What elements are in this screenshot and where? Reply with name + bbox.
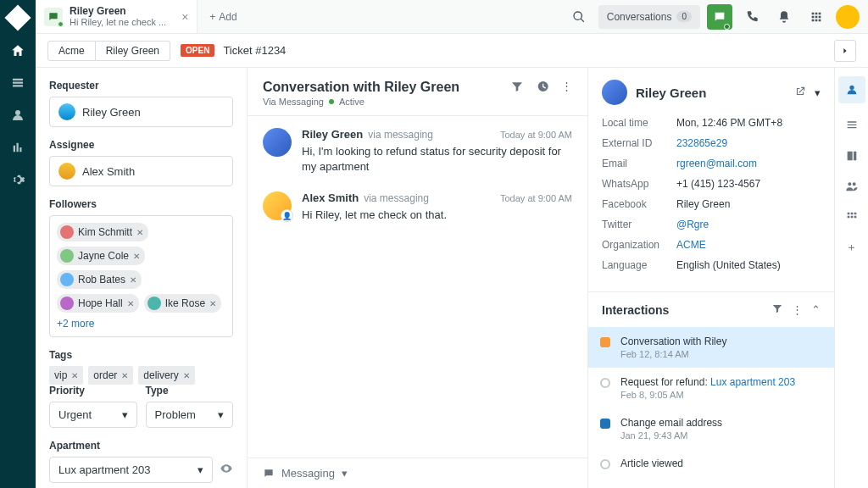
property-key: WhatsApp [602,178,676,190]
property-value[interactable]: ACME [676,239,821,251]
nav-customers-icon[interactable] [9,107,26,124]
customer-property: WhatsApp+1 (415) 123-4567 [602,178,821,190]
customer-property: Local timeMon, 12:46 PM GMT+8 [602,117,821,129]
conversation-via: Via Messaging [263,97,324,107]
history-icon[interactable] [536,80,549,96]
followers-more-link[interactable]: +2 more [57,318,94,330]
apps-icon[interactable] [843,208,860,225]
remove-icon[interactable]: ✕ [133,252,140,261]
tags-field[interactable]: vip✕ order✕ delivery✕ [49,366,233,385]
conversations-button[interactable]: Conversations 0 [598,5,700,29]
interaction-link[interactable]: Lux apartment 203 [710,376,795,388]
remove-icon[interactable]: ✕ [183,371,190,380]
filter-icon[interactable] [510,80,524,96]
apartment-select[interactable]: Lux apartment 203▾ [49,457,213,483]
tab-subtitle: Hi Riley, let ne check ... [70,17,166,28]
remove-icon[interactable]: ✕ [209,299,216,308]
customer-property: OrganizationACME [602,239,821,251]
breadcrumb-person[interactable]: Riley Green [96,41,170,61]
nav-views-icon[interactable] [9,75,26,92]
compose-channel-select[interactable]: Messaging ▾ [248,458,587,488]
property-value[interactable]: rgreen@mail.com [676,158,821,169]
breadcrumb-org[interactable]: Acme [47,41,96,61]
assignee-label: Assignee [49,139,233,151]
visibility-icon[interactable] [220,462,233,478]
presence-dot [58,21,64,27]
group-icon[interactable] [843,178,860,195]
chevron-up-icon[interactable]: ⌃ [811,303,821,316]
timeline-marker [600,419,610,429]
customer-avatar [602,80,627,105]
tag-chip[interactable]: delivery✕ [138,366,194,385]
chevron-down-icon: ▾ [342,467,348,480]
requester-label: Requester [49,80,233,92]
priority-select[interactable]: Urgent▾ [49,402,137,428]
chat-status-icon[interactable] [707,4,732,30]
follower-chip[interactable]: Ike Rose✕ [144,294,221,313]
chevron-down-icon: ▾ [218,408,224,421]
type-select[interactable]: Problem▾ [146,402,234,428]
follower-chip[interactable]: Kim Schmitt✕ [57,223,148,241]
tag-chip[interactable]: order✕ [88,366,133,385]
list-icon[interactable] [843,117,860,134]
property-value[interactable]: @Rgre [676,219,821,230]
nav-home-icon[interactable] [9,42,26,59]
avatar: 👤 [263,191,292,220]
add-tab-button[interactable]: + Add [198,11,248,23]
followers-label: Followers [49,198,233,210]
external-link-icon[interactable] [794,86,806,100]
remove-icon[interactable]: ✕ [71,371,78,380]
add-app-icon[interactable]: ＋ [843,239,860,256]
apps-icon[interactable] [804,4,829,30]
property-key: Twitter [602,219,676,230]
interaction-item[interactable]: Article viewed [588,449,834,480]
phone-icon[interactable] [739,4,765,30]
workspace-tab[interactable]: Riley Green Hi Riley, let ne check ... × [36,0,198,33]
nav-admin-icon[interactable] [9,171,26,188]
property-key: Language [602,259,676,271]
follower-chip[interactable]: Hope Hall✕ [57,294,139,313]
chevron-down-icon[interactable]: ▾ [815,86,821,99]
conversation-status: Active [339,97,364,107]
followers-field[interactable]: Kim Schmitt✕ Jayne Cole✕ Rob Bates✕ Hope… [49,215,233,337]
bell-icon[interactable] [771,4,797,30]
property-value: Mon, 12:46 PM GMT+8 [676,117,821,129]
interactions-title: Interactions [602,303,763,317]
interaction-item[interactable]: Conversation with RileyFeb 12, 8:14 AM [588,327,834,368]
more-icon[interactable]: ⋮ [792,303,803,316]
user-avatar[interactable] [836,5,860,29]
assignee-field[interactable]: Alex Smith [49,156,233,186]
follower-chip[interactable]: Rob Bates✕ [57,270,142,289]
follower-chip[interactable]: Jayne Cole✕ [57,247,145,265]
status-badge: OPEN [181,44,214,57]
filter-icon[interactable] [771,302,783,317]
interaction-title: Conversation with Riley [620,336,726,347]
chevron-down-icon: ▾ [122,408,128,421]
interaction-item[interactable]: Change email addressJan 21, 9:43 AM [588,408,834,449]
conversation-panel: Conversation with Riley Green Via Messag… [248,68,588,488]
conversations-count: 0 [676,11,692,22]
interaction-time: Feb 12, 8:14 AM [620,349,726,359]
nav-reporting-icon[interactable] [9,139,26,156]
remove-icon[interactable]: ✕ [130,275,136,285]
remove-icon[interactable]: ✕ [121,371,128,380]
search-icon[interactable] [566,4,592,30]
customer-property: Emailrgreen@mail.com [602,158,821,169]
more-icon[interactable]: ⋮ [561,80,572,96]
property-key: Organization [602,239,676,251]
message-text: Hi, I'm looking to refund status for sec… [302,144,572,175]
property-key: External ID [602,137,676,149]
close-icon[interactable]: × [181,10,188,24]
overflow-button[interactable] [834,40,856,62]
property-value: Riley Green [676,198,821,210]
remove-icon[interactable]: ✕ [127,299,134,308]
interaction-item[interactable]: Request for refund: Lux apartment 203Feb… [588,368,834,408]
tag-chip[interactable]: vip✕ [49,366,83,385]
user-icon[interactable] [838,76,865,103]
timeline-marker [600,459,610,469]
knowledge-icon[interactable] [843,147,860,164]
remove-icon[interactable]: ✕ [136,228,143,237]
interaction-title: Request for refund: Lux apartment 203 [620,376,795,388]
requester-field[interactable]: Riley Green [49,97,233,127]
property-value[interactable]: 232865e29 [676,137,821,149]
